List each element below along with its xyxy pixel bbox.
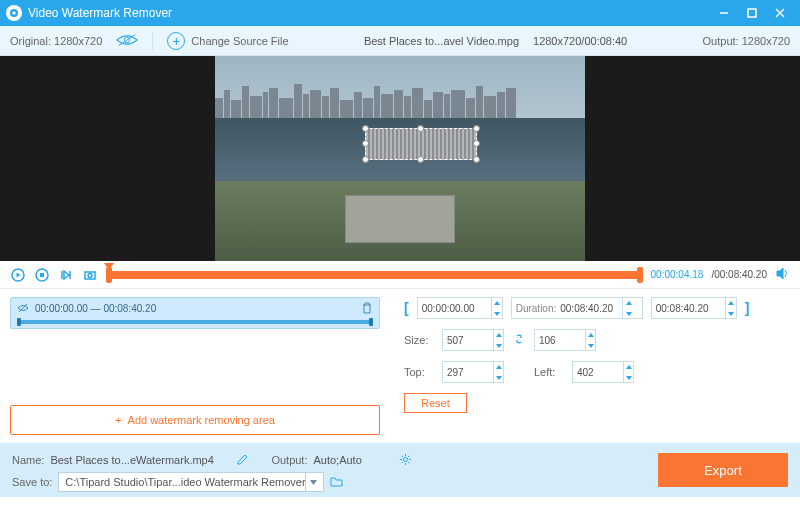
svg-rect-2 bbox=[748, 9, 756, 17]
spin-down[interactable] bbox=[586, 340, 595, 351]
spin-up[interactable] bbox=[494, 361, 503, 372]
change-source-label: Change Source File bbox=[191, 35, 288, 47]
output-name-field[interactable] bbox=[50, 454, 230, 466]
spin-down[interactable] bbox=[623, 308, 634, 319]
range-end-handle[interactable] bbox=[637, 267, 643, 283]
resize-handle-n[interactable] bbox=[417, 125, 424, 132]
spin-down[interactable] bbox=[492, 308, 501, 319]
plus-icon: + bbox=[115, 414, 121, 426]
resize-handle-se[interactable] bbox=[473, 156, 480, 163]
spin-up[interactable] bbox=[494, 329, 503, 340]
close-button[interactable] bbox=[766, 0, 794, 26]
parameters-panel: [ Duration: ] Size: Top: Left: Reset bbox=[390, 289, 800, 443]
clip-range: 00:00:00.00 — 00:08:40.20 bbox=[35, 303, 156, 314]
set-start-button[interactable]: [ bbox=[404, 300, 409, 316]
export-button[interactable]: Export bbox=[658, 453, 788, 487]
footer: Name: Output: Save to: Export bbox=[0, 443, 800, 497]
preview-toggle-icon[interactable] bbox=[116, 33, 138, 49]
area-icon bbox=[17, 302, 29, 314]
spin-up[interactable] bbox=[726, 297, 735, 308]
resize-handle-ne[interactable] bbox=[473, 125, 480, 132]
top-label: Top: bbox=[404, 366, 434, 378]
delete-clip-button[interactable] bbox=[361, 302, 373, 316]
video-frame[interactable] bbox=[215, 56, 585, 261]
chevron-down-icon[interactable] bbox=[305, 473, 321, 491]
video-preview bbox=[0, 56, 800, 261]
maximize-button[interactable] bbox=[738, 0, 766, 26]
range-start-handle[interactable] bbox=[106, 267, 112, 283]
save-path-field[interactable] bbox=[65, 476, 305, 488]
snapshot-button[interactable] bbox=[82, 267, 98, 283]
svg-point-13 bbox=[404, 457, 408, 461]
edit-name-button[interactable] bbox=[236, 453, 249, 468]
output-format-field[interactable] bbox=[313, 454, 393, 466]
spin-down[interactable] bbox=[494, 372, 503, 383]
reset-button[interactable]: Reset bbox=[404, 393, 467, 413]
spin-up[interactable] bbox=[586, 329, 595, 340]
resize-handle-e[interactable] bbox=[473, 140, 480, 147]
minimize-button[interactable] bbox=[710, 0, 738, 26]
settings-panels: 00:00:00.00 — 00:08:40.20 + Add watermar… bbox=[0, 289, 800, 443]
spin-up[interactable] bbox=[624, 361, 633, 372]
save-to-label: Save to: bbox=[12, 476, 52, 488]
duration-input[interactable]: Duration: bbox=[511, 297, 643, 319]
resize-handle-nw[interactable] bbox=[362, 125, 369, 132]
add-area-label: Add watermark removing area bbox=[128, 414, 275, 426]
spin-down[interactable] bbox=[726, 308, 735, 319]
width-input[interactable] bbox=[442, 329, 504, 351]
top-input[interactable] bbox=[442, 361, 504, 383]
playbar: 00:00:04.18/00:08:40.20 bbox=[0, 261, 800, 289]
original-size-label: Original: 1280x720 bbox=[10, 35, 102, 47]
output-label: Output: bbox=[271, 454, 307, 466]
source-filename: Best Places to...avel Video.mpg bbox=[364, 35, 519, 47]
total-time: /00:08:40.20 bbox=[711, 269, 767, 280]
set-end-button[interactable]: ] bbox=[745, 300, 750, 316]
spin-up[interactable] bbox=[492, 297, 501, 308]
size-label: Size: bbox=[404, 334, 434, 346]
name-label: Name: bbox=[12, 454, 44, 466]
end-time-input[interactable] bbox=[651, 297, 737, 319]
add-area-button[interactable]: + Add watermark removing area bbox=[10, 405, 380, 435]
start-time-input[interactable] bbox=[417, 297, 503, 319]
resize-handle-w[interactable] bbox=[362, 140, 369, 147]
timeline-slider[interactable] bbox=[106, 271, 643, 279]
link-aspect-button[interactable] bbox=[512, 332, 526, 348]
browse-folder-button[interactable] bbox=[330, 475, 343, 490]
height-input[interactable] bbox=[534, 329, 596, 351]
spin-up[interactable] bbox=[623, 297, 634, 308]
app-title: Video Watermark Remover bbox=[28, 6, 172, 20]
resize-handle-s[interactable] bbox=[417, 156, 424, 163]
areas-panel: 00:00:00.00 — 00:08:40.20 + Add watermar… bbox=[0, 289, 390, 443]
plus-icon: + bbox=[167, 32, 185, 50]
clip-range-bar[interactable] bbox=[17, 320, 373, 324]
left-label: Left: bbox=[534, 366, 564, 378]
spin-down[interactable] bbox=[624, 372, 633, 383]
source-meta: 1280x720/00:08:40 bbox=[533, 35, 627, 47]
svg-point-11 bbox=[88, 273, 92, 277]
toolbar: Original: 1280x720 + Change Source File … bbox=[0, 26, 800, 56]
save-path-dropdown[interactable] bbox=[58, 472, 324, 492]
volume-button[interactable] bbox=[775, 266, 790, 283]
spin-down[interactable] bbox=[494, 340, 503, 351]
left-input[interactable] bbox=[572, 361, 634, 383]
svg-rect-9 bbox=[40, 273, 44, 277]
titlebar: Video Watermark Remover bbox=[0, 0, 800, 26]
change-source-button[interactable]: + Change Source File bbox=[167, 32, 288, 50]
stop-button[interactable] bbox=[34, 267, 50, 283]
resize-handle-sw[interactable] bbox=[362, 156, 369, 163]
step-forward-button[interactable] bbox=[58, 267, 74, 283]
output-size-label: Output: 1280x720 bbox=[703, 35, 790, 47]
app-logo-icon bbox=[6, 5, 22, 21]
watermark-selection-box[interactable] bbox=[365, 128, 477, 160]
clip-item[interactable]: 00:00:00.00 — 00:08:40.20 bbox=[10, 297, 380, 329]
current-time: 00:00:04.18 bbox=[651, 269, 704, 280]
play-button[interactable] bbox=[10, 267, 26, 283]
output-settings-button[interactable] bbox=[399, 453, 412, 468]
